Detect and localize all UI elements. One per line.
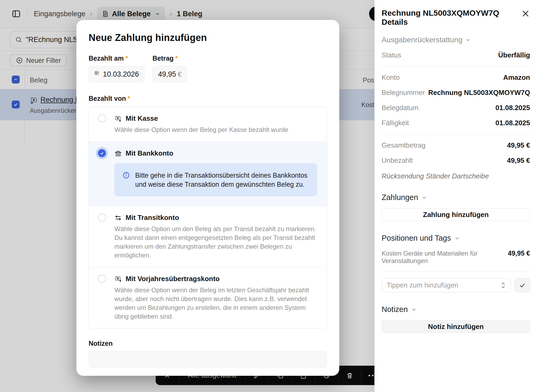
amount-value: 49,95 <box>158 70 176 78</box>
option-title: Mit Kasse <box>126 114 158 123</box>
panel-title: Rechnung NL5003XQMOYW7Q Details <box>382 9 515 27</box>
radio-mit-transitkonto[interactable] <box>98 214 106 222</box>
option-mit-kasse[interactable]: Mit Kasse Wähle diese Option wenn der Be… <box>89 107 327 141</box>
option-mit-bankkonto[interactable]: Mit Bankkonto Bitte gehe in die Transakt… <box>89 141 327 206</box>
add-payment-button[interactable]: Zahlung hinzufügen <box>382 208 530 221</box>
faelligkeit-row: Fälligkeit 01.08.2025 <box>382 119 530 127</box>
divider <box>382 66 530 66</box>
beleg-type-dropdown[interactable]: Ausgabenrückerstattung <box>382 36 530 44</box>
divider <box>382 272 530 272</box>
position-item-row: Kosten Geräte und Materialien für Verans… <box>382 249 530 265</box>
belegnummer-row: Belegnummer Rechnung NL5003XQMOYW7Q <box>382 89 530 97</box>
faelligkeit-value: 01.08.2025 <box>495 119 530 127</box>
transfer-arrows-icon <box>114 214 122 222</box>
currency-symbol: € <box>178 70 181 78</box>
beleg-type-label: Ausgabenrückerstattung <box>382 36 462 44</box>
gesamtbetrag-label: Gesamtbetrag <box>382 141 426 149</box>
option-mit-vorjahresuebertragskonto[interactable]: Mit Vorjahresübertragskonto Wähle diese … <box>89 267 327 328</box>
tag-input-row <box>382 278 530 292</box>
cash-register-in-icon <box>114 275 122 283</box>
delete-button[interactable] <box>338 366 361 385</box>
status-row: Status Überfällig <box>382 51 530 59</box>
option-description: Wähle diese Option wenn der Beleg im let… <box>114 286 317 321</box>
modal-title: Neue Zahlung hinzufügen <box>89 32 327 43</box>
amount-group: Betrag* 49,95 € <box>152 55 187 82</box>
radio-mit-kasse[interactable] <box>98 114 106 122</box>
unbezahlt-label: Unbezahlt <box>382 156 413 165</box>
belegdatum-row: Belegdatum 01.08.2025 <box>382 104 530 112</box>
unbezahlt-value: 49,95 € <box>507 156 530 165</box>
stepper-chevrons-icon[interactable] <box>501 282 506 289</box>
konto-label: Konto <box>382 73 400 82</box>
notes-section-header[interactable]: Notizen <box>382 305 530 314</box>
position-item-value: 49,95 € <box>508 249 530 257</box>
chevron-down-icon <box>454 235 460 241</box>
close-panel-button[interactable] <box>521 9 530 18</box>
belegnummer-value: Rechnung NL5003XQMOYW7Q <box>428 89 530 97</box>
paid-on-value: 10.03.2026 <box>103 70 139 78</box>
bank-icon <box>114 150 122 157</box>
notes-textarea[interactable] <box>89 351 327 368</box>
bank-info-callout: Bitte gehe in die Transaktionsübersicht … <box>114 163 317 196</box>
option-title: Mit Vorjahresübertragskonto <box>126 275 220 283</box>
radio-mit-bankkonto[interactable] <box>98 149 106 157</box>
required-mark: * <box>127 95 130 102</box>
calendar-icon <box>94 70 99 78</box>
payment-method-options: Mit Kasse Wähle diese Option wenn der Be… <box>89 107 327 328</box>
notes-heading: Notizen <box>382 305 408 314</box>
divider <box>382 134 530 134</box>
check-icon <box>519 282 526 289</box>
info-icon <box>122 172 130 179</box>
option-mit-transitkonto[interactable]: Mit Transitkonto Wähle diese Option um d… <box>89 206 327 267</box>
konto-value: Amazon <box>503 73 530 82</box>
radio-mit-vorjahresuebertragskonto[interactable] <box>98 275 106 283</box>
required-mark: * <box>175 55 178 62</box>
confirm-tag-button[interactable] <box>515 278 530 292</box>
status-badge: Überfällig <box>498 51 530 59</box>
required-mark: * <box>125 55 128 62</box>
positions-heading: Positionen und Tags <box>382 234 451 243</box>
amount-label: Betrag <box>152 55 174 62</box>
konto-row: Konto Amazon <box>382 73 530 82</box>
payments-heading: Zahlungen <box>382 193 418 202</box>
unbezahlt-row: Unbezahlt 49,95 € <box>382 156 530 165</box>
add-payment-modal: Neue Zahlung hinzufügen Bezahlt am* 10.0… <box>76 20 339 376</box>
paid-on-field[interactable]: 10.03.2026 <box>89 66 144 82</box>
trash-icon <box>346 372 353 379</box>
app-root: Eingangsbelege › Alle Belege › 1 Beleg <box>0 0 537 392</box>
beleg-details-panel: Rechnung NL5003XQMOYW7Q Details Ausgaben… <box>374 0 537 392</box>
add-note-button[interactable]: Notiz hinzufügen <box>382 320 530 333</box>
cash-register-out-icon <box>114 115 122 122</box>
bank-info-text: Bitte gehe in die Transaktionsübersicht … <box>135 171 308 189</box>
amount-field[interactable]: 49,95 € <box>152 66 187 82</box>
belegdatum-label: Belegdatum <box>382 104 419 112</box>
faelligkeit-label: Fälligkeit <box>382 119 409 127</box>
gesamtbetrag-row: Gesamtbetrag 49,95 € <box>382 141 530 149</box>
option-title: Mit Transitkonto <box>126 214 179 222</box>
option-description: Wähle diese Option um den Beleg als per … <box>114 224 317 260</box>
paid-by-label: Bezahlt von <box>89 95 126 102</box>
payments-section-header[interactable]: Zahlungen <box>382 193 530 202</box>
beleg-description-note: Rücksendung Ständer Dartscheibe <box>382 172 530 180</box>
paid-on-label: Bezahlt am <box>89 55 124 62</box>
close-icon <box>521 9 530 18</box>
option-title: Mit Bankkonto <box>126 149 173 157</box>
paid-on-group: Bezahlt am* 10.03.2026 <box>89 55 144 82</box>
position-item-label: Kosten Geräte und Materialien für Verans… <box>382 250 499 265</box>
gesamtbetrag-value: 49,95 € <box>507 141 530 149</box>
notes-label: Notizen <box>89 340 327 347</box>
belegdatum-value: 01.08.2025 <box>495 104 530 112</box>
tag-combobox[interactable] <box>382 278 511 292</box>
chevron-down-icon <box>421 195 427 201</box>
belegnummer-label: Belegnummer <box>382 89 425 97</box>
option-description: Wähle diese Option wenn der Beleg per Ka… <box>114 125 317 134</box>
positions-section-header[interactable]: Positionen und Tags <box>382 234 530 243</box>
tag-input[interactable] <box>387 281 501 289</box>
chevron-down-icon <box>411 307 417 312</box>
chevron-down-icon <box>465 37 471 43</box>
status-label: Status <box>382 51 401 59</box>
